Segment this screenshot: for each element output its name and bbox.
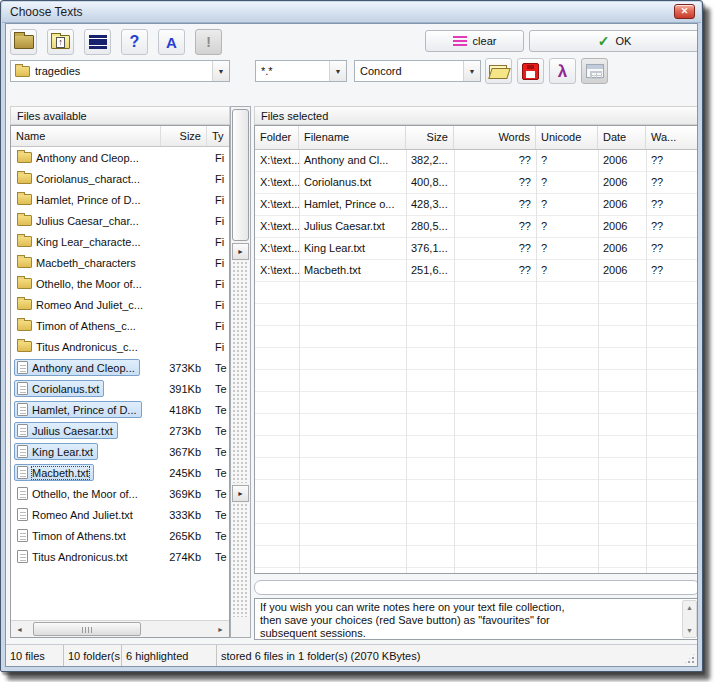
files-available-list[interactable]: Name Size Ty Anthony and Cleop...FiCorio… — [10, 125, 230, 638]
close-button[interactable]: ✕ — [674, 4, 695, 19]
chevron-down-icon[interactable]: ▼ — [329, 61, 346, 81]
list-vertical-scrollbar[interactable]: ► ► — [230, 106, 251, 638]
files-selected-table[interactable]: FolderFilenameSizeWordsUnicodeDateWa... … — [254, 125, 698, 574]
item-type: Fi — [207, 320, 229, 332]
table-row[interactable]: X:\text...Julius Caesar.txt280,5...???20… — [255, 216, 698, 238]
list-item[interactable]: Macbeth_charactersFi — [11, 252, 229, 273]
item-size: 265Kb — [161, 530, 207, 542]
list-item[interactable]: Coriolanus_charact...Fi — [11, 168, 229, 189]
chevron-down-icon[interactable]: ▼ — [212, 61, 229, 81]
scrollbar-thumb[interactable] — [232, 109, 249, 241]
status-folders-count: 10 folder(s — [64, 645, 122, 666]
table-row[interactable]: X:\text...Coriolanus.txt400,8...???2006?… — [255, 172, 698, 194]
column-header-date[interactable]: Date — [598, 126, 646, 149]
open-favourites-button[interactable] — [485, 58, 512, 84]
column-header-wa[interactable]: Wa... — [646, 126, 698, 149]
notes-input[interactable]: If you wish you can write notes here on … — [254, 598, 698, 640]
window-title: Choose Texts — [10, 5, 83, 19]
tool-combobox[interactable]: Concord ▼ — [354, 60, 481, 82]
folder-icon — [17, 215, 32, 226]
item-type: Fi — [207, 152, 229, 164]
table-row[interactable]: X:\text...King Lear.txt376,1...???2006?? — [255, 238, 698, 260]
column-header-unicode[interactable]: Unicode — [536, 126, 598, 149]
cell-date: 2006 — [598, 172, 646, 194]
cell-wa: ?? — [646, 260, 698, 282]
list-item[interactable]: Titus Andronicus_c...Fi — [11, 336, 229, 357]
chevron-down-icon[interactable]: ▼ — [463, 61, 480, 81]
list-item[interactable]: Othello, the Moor of...Fi — [11, 273, 229, 294]
list-item[interactable]: Anthony and Cleop...373KbTe — [11, 357, 229, 378]
list-item[interactable]: King Lear_characte...Fi — [11, 231, 229, 252]
font-button[interactable]: A — [158, 29, 185, 55]
list-item[interactable]: Hamlet, Prince of D...418KbTe — [11, 399, 229, 420]
save-favourites-button[interactable] — [517, 58, 544, 84]
list-item[interactable]: Titus Andronicus.txt274KbTe — [11, 546, 229, 567]
close-icon: ✕ — [681, 6, 689, 16]
item-name: Hamlet, Prince of D... — [32, 404, 137, 416]
move-right-icon[interactable]: ► — [232, 243, 249, 260]
list-item[interactable]: Hamlet, Prince of D...Fi — [11, 189, 229, 210]
column-header-filename[interactable]: Filename — [299, 126, 406, 149]
scroll-up-icon[interactable]: ▲ — [683, 604, 696, 611]
notes-scrollbar[interactable]: ▲ ▼ — [682, 600, 697, 638]
files-selected-columns[interactable]: FolderFilenameSizeWordsUnicodeDateWa... — [255, 126, 698, 150]
list-item[interactable]: Anthony and Cleop...Fi — [11, 147, 229, 168]
folder-combobox[interactable]: tragedies ▼ — [10, 60, 230, 82]
browse-folders-button[interactable] — [10, 29, 37, 55]
table-row[interactable]: X:\text...Macbeth.txt251,6...???2006?? — [255, 260, 698, 282]
item-name: Julius Caesar.txt — [32, 425, 113, 437]
title-bar[interactable]: Choose Texts — [2, 2, 701, 23]
list-item[interactable]: Romeo And Juliet_c...Fi — [11, 294, 229, 315]
list-item[interactable]: Julius Caesar.txt273KbTe — [11, 420, 229, 441]
list-item[interactable]: King Lear.txt367KbTe — [11, 441, 229, 462]
item-size: 245Kb — [161, 467, 207, 479]
item-type: Te — [207, 530, 229, 542]
list-item[interactable]: Timon of Athens_c...Fi — [11, 315, 229, 336]
filespec-combobox[interactable]: *.* ▼ — [255, 60, 347, 82]
scrollbar-thumb[interactable] — [33, 622, 141, 636]
note-entry-field[interactable] — [254, 580, 698, 595]
list-item[interactable]: Julius Caesar_char...Fi — [11, 210, 229, 231]
column-header-folder[interactable]: Folder — [255, 126, 299, 149]
view-button[interactable] — [84, 29, 111, 55]
table-row[interactable]: X:\text...Hamlet, Prince o...428,3...???… — [255, 194, 698, 216]
column-header-words[interactable]: Words — [454, 126, 536, 149]
cell-words: ?? — [454, 172, 536, 194]
folder-combobox-value: tragedies — [30, 65, 212, 77]
clear-button[interactable]: clear — [425, 30, 524, 52]
files-available-header-bar: Files available — [10, 106, 230, 125]
move-right-icon[interactable]: ► — [232, 485, 249, 502]
column-header-name[interactable]: Name — [11, 126, 161, 146]
scroll-down-icon[interactable]: ▼ — [683, 627, 696, 634]
filespec-combobox-value: *.* — [256, 65, 329, 77]
column-header-type[interactable]: Ty — [207, 126, 229, 146]
item-name: Anthony and Cleop... — [36, 152, 139, 164]
list-item[interactable]: Timon of Athens.txt265KbTe — [11, 525, 229, 546]
file-icon — [17, 487, 28, 500]
column-header-size[interactable]: Size — [406, 126, 454, 149]
folder-up-button[interactable]: ↑ — [47, 29, 74, 55]
list-item[interactable]: Othello, the Moor of...369KbTe — [11, 483, 229, 504]
pdf-button[interactable]: λ — [549, 58, 576, 84]
column-header-size[interactable]: Size — [161, 126, 207, 146]
scrollbar-track[interactable] — [232, 261, 249, 483]
ok-button[interactable]: ✓ OK — [529, 30, 698, 52]
files-available-columns[interactable]: Name Size Ty — [11, 126, 229, 147]
scrollbar-track[interactable] — [232, 503, 249, 617]
tool-combobox-value: Concord — [355, 65, 463, 77]
list-item[interactable]: Macbeth.txt245KbTe — [11, 462, 229, 483]
cell-size: 251,6... — [406, 260, 454, 282]
status-stored-summary: stored 6 files in 1 folder(s) (2070 KByt… — [217, 645, 697, 666]
item-type: Te — [207, 509, 229, 521]
list-item[interactable]: Romeo And Juliet.txt333KbTe — [11, 504, 229, 525]
scroll-left-icon[interactable]: ◄ — [11, 621, 28, 637]
save-icon — [522, 63, 539, 80]
help-button[interactable]: ? — [121, 29, 148, 55]
check-icon: ✓ — [598, 33, 610, 49]
item-type: Fi — [207, 173, 229, 185]
horizontal-scrollbar[interactable]: ◄ ► — [11, 620, 229, 637]
list-item[interactable]: Coriolanus.txt391KbTe — [11, 378, 229, 399]
scroll-right-icon[interactable]: ► — [212, 621, 229, 637]
table-row[interactable]: X:\text...Anthony and Cl...382,2...???20… — [255, 150, 698, 172]
monitor-icon — [89, 35, 107, 49]
